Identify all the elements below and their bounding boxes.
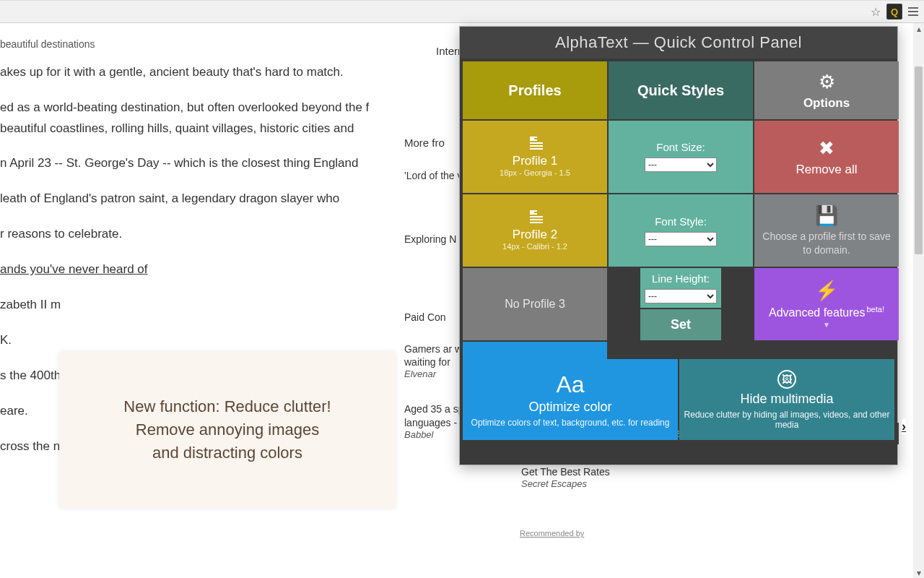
recommended-by-link[interactable]: Recommended by xyxy=(520,529,584,538)
font-size-label: Font Size: xyxy=(656,141,705,153)
alphatext-panel: AlphaText — Quick Control Panel Profiles… xyxy=(459,26,898,465)
panel-title: AlphaText — Quick Control Panel xyxy=(460,27,897,59)
scrollbar-thumb[interactable] xyxy=(915,66,923,254)
promo-line: Remove annoying images xyxy=(136,418,319,441)
profiles-header-tile: Profiles xyxy=(463,61,607,119)
article-paragraph: leath of England's patron saint, a legen… xyxy=(0,189,404,210)
article-paragraph: ed as a world-beating destination, but o… xyxy=(0,98,404,139)
line-height-tile: Line Height: --- xyxy=(640,268,721,308)
chevron-down-icon: ▼ xyxy=(823,321,830,329)
profile-1-button[interactable]: Profile 1 18px - Georgia - 1.5 xyxy=(463,121,607,193)
line-height-set-stack: Line Height: --- Set xyxy=(609,268,753,340)
font-style-label: Font Style: xyxy=(655,215,707,228)
line-height-select[interactable]: --- xyxy=(645,289,717,303)
paid-item[interactable]: Get The Best Rates Secret Escapes xyxy=(521,465,610,491)
remove-all-button[interactable]: ✖ Remove all xyxy=(754,121,899,193)
font-size-select[interactable]: --- xyxy=(645,158,717,172)
line-height-label: Line Height: xyxy=(652,272,710,285)
alphatext-extension-icon[interactable]: Q xyxy=(886,4,902,20)
save-domain-tile: 💾 Choose a profile first to save to doma… xyxy=(754,194,899,267)
text-lines-icon xyxy=(528,210,543,223)
advanced-features-button[interactable]: ⚡ Advanced featuresbeta! ▼ xyxy=(754,268,899,340)
gear-icon: ⚙ xyxy=(819,71,835,93)
lightning-icon: ⚡ xyxy=(815,280,838,302)
no-image-icon: 🖼 xyxy=(777,370,796,389)
browser-menu-icon[interactable] xyxy=(905,4,921,20)
save-icon: 💾 xyxy=(815,204,838,227)
article-paragraph: K. xyxy=(0,330,404,351)
promo-line: New function: Reduce clutter! xyxy=(123,395,331,418)
article-link[interactable]: ands you've never heard of xyxy=(0,262,148,276)
quick-styles-header-tile: Quick Styles xyxy=(609,61,753,119)
set-button[interactable]: Set xyxy=(640,309,721,340)
browser-toolbar: ☆ Q xyxy=(0,0,924,23)
scroll-down-icon[interactable]: ▾ xyxy=(913,567,924,578)
bookmark-star-icon[interactable]: ☆ xyxy=(868,4,884,20)
article-paragraph: zabeth II m xyxy=(0,295,404,316)
hide-multimedia-button[interactable]: 🖼 Hide multimedia Reduce clutter by hidi… xyxy=(679,359,894,440)
promo-line: and distracting colors xyxy=(152,441,302,465)
promo-card: New function: Reduce clutter! Remove ann… xyxy=(59,352,396,508)
close-icon: ✖ xyxy=(819,137,834,160)
font-style-select[interactable]: --- xyxy=(645,232,717,246)
scroll-up-icon[interactable]: ▴ xyxy=(913,23,924,34)
optimize-color-button[interactable]: Aa Optimize color Optimize colors of tex… xyxy=(463,359,678,440)
profile-2-button[interactable]: Profile 2 14px - Calibri - 1.2 xyxy=(463,194,607,267)
aa-icon: Aa xyxy=(556,371,584,398)
article-paragraph: r reasons to celebrate. xyxy=(0,224,404,245)
font-style-tile: Font Style: --- xyxy=(609,194,753,267)
font-size-tile: Font Size: --- xyxy=(609,121,753,193)
vertical-scrollbar[interactable]: ▴ ▾ xyxy=(913,23,924,578)
no-profile-3-tile[interactable]: No Profile 3 xyxy=(463,268,607,340)
next-chevron-icon[interactable]: › xyxy=(902,419,906,434)
article-paragraph: akes up for it with a gentle, ancient be… xyxy=(0,62,404,83)
image-caption: beautiful destinations xyxy=(0,36,404,53)
text-lines-icon xyxy=(528,137,543,150)
article-paragraph: n April 23 -- St. George's Day -- which … xyxy=(0,153,404,174)
options-button[interactable]: ⚙ Options xyxy=(754,61,899,119)
